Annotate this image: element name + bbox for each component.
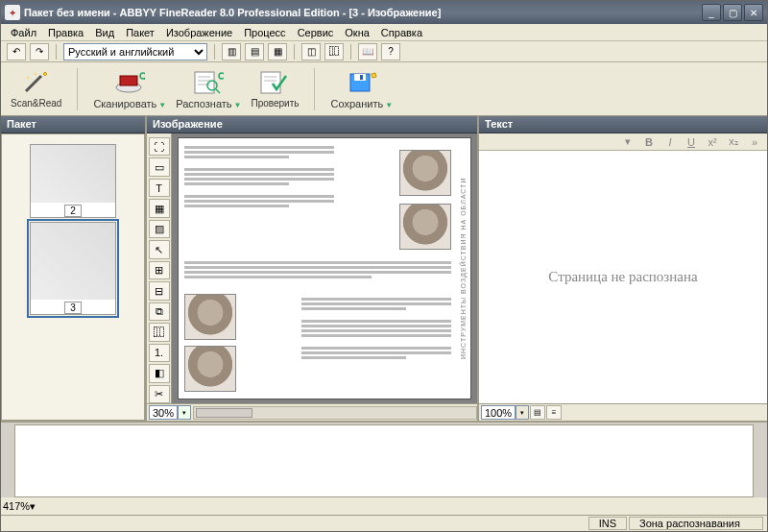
panel-toggle-icon[interactable]: ◫ [301,43,321,60]
layout-icon[interactable]: ▥ [222,43,241,60]
add-row-icon[interactable]: ⊞ [149,261,170,279]
scan-button[interactable]: Сканировать▼ [93,69,166,109]
page-image: ИНСТРУМЕНТЫ ВОЗДЕЙСТВИЯ НА ОБЛАСТИ [178,137,471,399]
text-zoom-value: 100% [481,405,516,420]
menu-image[interactable]: Изображение [160,25,238,40]
thumbnail-image [31,145,115,203]
bold-icon[interactable]: B [640,135,658,149]
image-tool-palette: ⛶ ▭ T ▦ ▨ ↖ ⊞ ⊟ ⧉ ⿲ 1. ◧ ✂ [147,133,172,403]
app-icon: ✦ [5,5,20,20]
thumbnail-number: 2 [64,205,82,217]
package-thumbnails: 2 3 [1,133,145,421]
image-zoom-bar: 30% ▾ [147,403,477,421]
check-icon [259,69,290,96]
menu-service[interactable]: Сервис [292,25,340,40]
text-panel-title: Текст [479,116,767,133]
view-mode-icon[interactable]: ≡ [546,405,562,420]
package-panel: Пакет 2 3 [1,116,145,421]
help-icon[interactable]: ? [381,43,400,60]
language-select[interactable]: Русский и английский [63,43,207,60]
zoom-dropdown-icon[interactable]: ▾ [516,405,529,420]
image-zoom-value: 30% [149,405,178,420]
crop-tool-icon[interactable]: ✂ [149,385,170,403]
eraser-icon[interactable]: ◧ [149,364,170,382]
pointer-icon[interactable]: ↖ [149,240,170,258]
svg-point-4 [140,73,145,79]
text-zoom-bar: 100% ▾ ▤ ≡ [479,403,767,421]
close-button[interactable]: ✕ [744,4,763,21]
window-title: Пакет без имени - ABBYY FineReader 8.0 P… [24,7,700,18]
save-icon [347,69,377,96]
menu-process[interactable]: Процесс [238,25,291,40]
scan-read-button[interactable]: Scan&Read [11,69,61,109]
scanner-icon [114,69,145,96]
dictionary-icon[interactable]: 📖 [358,43,377,60]
recognize-icon [193,69,224,96]
layout-icon[interactable]: ▦ [268,43,287,60]
check-button[interactable]: Проверить [251,69,299,109]
magnifier-canvas[interactable] [14,424,754,497]
check-label: Проверить [251,98,299,109]
merge-icon[interactable]: ⧉ [149,302,170,321]
thumbnail-image [31,223,115,300]
scan-label: Сканировать▼ [93,98,166,109]
separator-icon [56,44,57,60]
menu-batch[interactable]: Пакет [120,25,160,40]
minimize-button[interactable]: _ [702,4,721,21]
window-title-bar: ✦ Пакет без имени - ABBYY FineReader 8.0… [1,1,767,24]
magnifier-panel: 417% ▾ [1,421,767,515]
image-canvas[interactable]: ИНСТРУМЕНТЫ ВОЗДЕЙСТВИЯ НА ОБЛАСТИ [172,133,477,403]
page-thumbnail[interactable]: 2 [30,144,116,218]
status-bar: INS Зона распознавания [1,515,767,531]
zoom-dropdown-icon[interactable]: ▾ [30,500,36,513]
not-recognized-message: Страница не распознана [548,269,697,285]
remove-row-icon[interactable]: ⊟ [149,281,170,300]
underline-icon[interactable]: U [683,135,700,149]
split-icon[interactable]: ⿲ [149,323,170,341]
block-icon[interactable]: ▭ [149,157,170,176]
maximize-button[interactable]: ▢ [723,4,742,21]
text-body: Страница не распознана [479,151,767,403]
redo-icon[interactable]: ↷ [30,43,49,60]
view-toolbar: ↶ ↷ Русский и английский ▥ ▤ ▦ ◫ ⿲ 📖 ? [1,41,767,62]
scan-read-label: Scan&Read [11,98,61,109]
dropdown-icon[interactable]: ▾ [619,135,636,149]
image-panel: Изображение ⛶ ▭ T ▦ ▨ ↖ ⊞ ⊟ ⧉ ⿲ 1. ◧ ✂ И… [145,116,479,421]
svg-point-0 [27,77,29,79]
menu-file[interactable]: Файл [5,25,42,40]
main-toolbar: Scan&Read Сканировать▼ Распознать▼ Прове… [1,62,767,116]
package-panel-title: Пакет [1,116,145,133]
svg-point-1 [35,73,36,75]
numbering-icon[interactable]: 1. [149,344,170,362]
separator-icon [214,44,215,60]
menu-help[interactable]: Справка [375,25,428,40]
thumbnail-number: 3 [64,302,82,314]
table-block-icon[interactable]: ▦ [149,199,170,217]
view-mode-icon[interactable]: ▤ [530,405,545,420]
more-icon[interactable]: » [746,135,763,149]
save-label: Сохранить▼ [330,98,393,109]
undo-icon[interactable]: ↶ [7,43,26,60]
page-thumbnail[interactable]: 3 [30,222,116,315]
magnifier-zoom-value: 417% [3,500,30,512]
crop-icon[interactable]: ⛶ [149,137,170,156]
text-block-icon[interactable]: T [149,179,170,197]
panel-toggle-icon[interactable]: ⿲ [324,43,344,60]
subscript-icon[interactable]: x₂ [725,135,742,149]
image-panel-title: Изображение [147,116,477,133]
image-block-icon[interactable]: ▨ [149,220,170,238]
svg-rect-16 [360,75,363,80]
menu-view[interactable]: Вид [89,25,120,40]
save-button[interactable]: Сохранить▼ [330,69,393,109]
svg-rect-3 [120,76,137,85]
layout-icon[interactable]: ▤ [245,43,264,60]
zoom-dropdown-icon[interactable]: ▾ [178,405,191,420]
menu-bar: Файл Правка Вид Пакет Изображение Процес… [1,24,767,41]
wand-icon [21,69,52,96]
image-hscrollbar[interactable] [193,406,477,420]
italic-icon[interactable]: I [661,135,679,149]
recognize-button[interactable]: Распознать▼ [176,69,241,109]
menu-windows[interactable]: Окна [339,25,375,40]
menu-edit[interactable]: Правка [42,25,89,40]
superscript-icon[interactable]: x² [704,135,721,149]
